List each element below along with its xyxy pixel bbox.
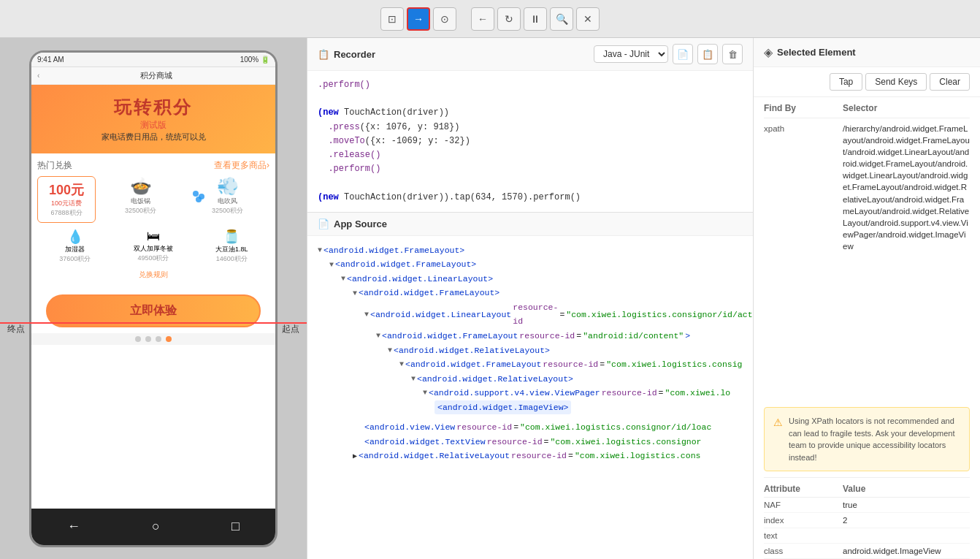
xml-node-3: ▼ <android.widget.FrameLayout>	[318, 286, 743, 300]
banner-subtitle: 测试版	[39, 119, 268, 132]
arrow-2[interactable]: ▼	[341, 273, 345, 285]
recorder-section: 📋 Recorder Java - JUnit Python JavaScrip…	[307, 38, 753, 213]
find-by-section: Find By Selector xpath /hierarchy/androi…	[754, 97, 980, 401]
app-source-section: 📄 App Source ▼ <android.widget.FrameLayo…	[307, 213, 753, 559]
code-area: .perform() (new TouchAction(driver)) .pr…	[307, 71, 753, 212]
xml-node-textview: <android.widget.TextView resource-id="co…	[318, 435, 743, 449]
banner-title: 玩转积分	[39, 96, 268, 119]
selected-element-title: Selected Element	[777, 47, 856, 58]
new-file-button[interactable]: 📄	[673, 44, 693, 64]
arrow-4[interactable]: ▼	[364, 308, 369, 321]
send-keys-button[interactable]: Send Keys	[865, 73, 927, 91]
pause-button[interactable]: ⏸	[524, 7, 547, 31]
xpath-row: xpath /hierarchy/android.widget.FrameLay…	[764, 123, 970, 252]
code-line-7: .perform()	[318, 162, 743, 176]
xml-node-5: ▼ <android.widget.FrameLayout resource-i…	[318, 329, 743, 343]
xml-node-0: ▼ <android.widget.FrameLayout>	[318, 243, 743, 258]
nav-recents-icon[interactable]: □	[231, 519, 240, 534]
warning-text: Using XPath locators is not recommended …	[789, 415, 960, 463]
dot-1	[135, 336, 141, 342]
tap-button[interactable]: Tap	[830, 73, 862, 91]
nav-home-icon[interactable]: ○	[152, 519, 160, 534]
attr-row-text: text	[764, 528, 970, 544]
close-button[interactable]: ✕	[576, 7, 600, 31]
attribute-section: Attribute Value NAF true index 2 text cl…	[764, 477, 970, 559]
attr-header: Attribute Value	[764, 478, 970, 498]
delete-button[interactable]: 🗑	[722, 44, 743, 64]
xpath-label: xpath	[764, 123, 837, 252]
arrow-6[interactable]: ▼	[388, 344, 392, 357]
arrow-3[interactable]: ▼	[353, 287, 357, 300]
spacer	[318, 414, 743, 420]
arrow-1[interactable]: ▼	[329, 259, 334, 271]
xml-node-9: ▼ <android.support.v4.view.ViewPager res…	[318, 386, 743, 400]
recorder-label: 📋 Recorder	[318, 49, 375, 60]
app-source-icon: 📄	[318, 218, 329, 229]
drag-end-label: 终点	[7, 323, 25, 335]
xml-tree: ▼ <android.widget.FrameLayout> ▼ <androi…	[307, 236, 753, 559]
attr-row-class: class android.widget.ImageView	[764, 544, 970, 559]
dot-2	[145, 336, 151, 342]
mobile-banner: 玩转积分 测试版 家电话费日用品，统统可以兑	[31, 85, 275, 153]
copy-button[interactable]: 📋	[697, 44, 718, 64]
left-panel: 终点 起点 9:41 AM 100% 🔋 ‹ 积分商城 玩转积分 测试版 家电话…	[0, 38, 307, 559]
code-line-2	[318, 92, 743, 106]
attr-row-index: index 2	[764, 513, 970, 528]
dot-3	[156, 336, 161, 342]
arrow-7[interactable]: ▼	[399, 358, 404, 370]
main-content: 终点 起点 9:41 AM 100% 🔋 ‹ 积分商城 玩转积分 测试版 家电话…	[0, 38, 980, 559]
recorder-icon: 📋	[318, 49, 329, 60]
code-line-8	[318, 176, 743, 190]
xml-node-10-selected[interactable]: <android.widget.ImageView>	[318, 400, 743, 415]
pagination	[31, 333, 275, 345]
banner-desc: 家电话费日用品，统统可以兑	[39, 132, 268, 142]
arrow-9[interactable]: ▼	[423, 387, 427, 399]
arrow-8[interactable]: ▼	[411, 373, 416, 385]
xml-node-1: ▼ <android.widget.FrameLayout>	[318, 257, 743, 272]
exchange-label: 兑换规则	[37, 267, 269, 283]
drag-start-label: 起点	[282, 323, 299, 335]
arrow-5[interactable]: ▼	[376, 330, 380, 342]
warning-icon: ⚠	[773, 415, 783, 463]
xpath-warning: ⚠ Using XPath locators is not recommende…	[764, 407, 970, 471]
code-line-3: (new TouchAction(driver))	[318, 106, 743, 120]
back-button[interactable]: ←	[471, 7, 494, 31]
mobile-nav: ← ○ □	[31, 509, 275, 545]
action-buttons-row: Tap Send Keys Clear	[754, 67, 980, 97]
app-source-header: 📄 App Source	[307, 213, 753, 236]
code-line-4: .press({x: 1076, y: 918})	[318, 121, 743, 134]
code-line-1: .perform()	[318, 78, 743, 92]
dot-4	[166, 336, 172, 342]
mobile-status-bar: 9:41 AM 100% 🔋	[31, 53, 275, 67]
products-section: 热门兑换 查看更多商品› 100元 100元话费 67888积分 🍲 电饭锅	[31, 153, 275, 289]
arrow-0[interactable]: ▼	[318, 244, 322, 256]
section-title: 热门兑换 查看更多商品›	[37, 159, 269, 172]
center-panel: 📋 Recorder Java - JUnit Python JavaScrip…	[307, 38, 754, 559]
refresh-button[interactable]: ↻	[497, 7, 521, 31]
code-line-9: (new TouchAction(driver)).tap(634, 1570)…	[318, 191, 743, 205]
right-panel: ◈ Selected Element Tap Send Keys Clear F…	[754, 38, 980, 559]
selected-element-icon: ◈	[764, 45, 773, 59]
top-toolbar: ⊡ → ⊙ ← ↻ ⏸ 🔍 ✕	[0, 0, 980, 38]
mobile-frame: 9:41 AM 100% 🔋 ‹ 积分商城 玩转积分 测试版 家电话费日用品，统…	[29, 50, 277, 547]
xml-node-8: ▼ <android.widget.RelativeLayout>	[318, 372, 743, 387]
code-line-6: .release()	[318, 148, 743, 162]
language-select[interactable]: Java - JUnit Python JavaScript Ruby	[594, 45, 668, 63]
xml-node-relative-collapsed: ▶ <android.widget.RelativeLayout resourc…	[318, 449, 743, 463]
nav-back-icon[interactable]: ←	[67, 519, 80, 534]
recorder-header: 📋 Recorder Java - JUnit Python JavaScrip…	[307, 38, 753, 71]
xml-node-6: ▼ <android.widget.RelativeLayout>	[318, 343, 743, 358]
xpath-value: /hierarchy/android.widget.FrameLayout/an…	[843, 123, 970, 252]
code-line-5: .moveTo({x: -1069; y: -32})	[318, 134, 743, 148]
screen-button[interactable]: ⊡	[380, 7, 404, 31]
cta-button[interactable]: 立即体验	[46, 294, 261, 327]
camera-button[interactable]: ⊙	[433, 7, 456, 31]
right-panel-header: ◈ Selected Element	[754, 38, 980, 67]
arrow-button[interactable]: →	[407, 7, 430, 31]
xml-node-4: ▼ <android.widget.LinearLayout resource-…	[318, 300, 743, 329]
recorder-controls: Java - JUnit Python JavaScript Ruby 📄 📋 …	[594, 44, 743, 64]
arrow-collapsed[interactable]: ▶	[353, 450, 357, 463]
search-button[interactable]: 🔍	[550, 7, 573, 31]
clear-button[interactable]: Clear	[930, 73, 970, 91]
attr-row-naf: NAF true	[764, 498, 970, 513]
